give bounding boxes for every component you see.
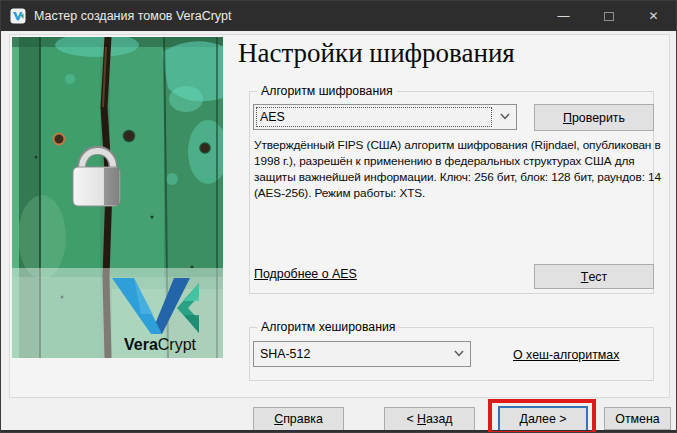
help-button[interactable]: Справка xyxy=(253,407,344,431)
door-photo: VeraCrypt xyxy=(12,37,223,358)
encryption-group-label: Алгоритм шифрования xyxy=(257,84,397,98)
maximize-icon xyxy=(604,12,614,21)
minimize-button[interactable]: — xyxy=(541,1,586,31)
next-button[interactable]: Далее > xyxy=(498,406,588,432)
hash-algorithm-value: SHA-512 xyxy=(260,347,310,361)
veracrypt-wizard-window: Мастер создания томов VeraCrypt — ✕ xyxy=(0,0,677,433)
encryption-algorithm-select[interactable]: AES xyxy=(253,104,517,130)
veracrypt-logo-text: VeraCrypt xyxy=(124,336,197,353)
description-line: 1998 г.), разрешён к применению в федера… xyxy=(254,153,661,169)
description-line: защиты важнейшей информации. Ключ: 256 б… xyxy=(254,169,661,185)
window-bottom-edge xyxy=(1,430,676,432)
maximize-button[interactable] xyxy=(586,1,631,31)
hash-algorithms-link[interactable]: О хеш-алгоритмах xyxy=(513,348,619,362)
minimize-icon: — xyxy=(558,9,570,23)
test-button[interactable]: Тест xyxy=(534,264,654,289)
page-title: Настройки шифрования xyxy=(238,38,515,69)
description-line: Утверждённый FIPS (США) алгоритм шифрова… xyxy=(254,137,661,153)
close-button[interactable]: ✕ xyxy=(631,1,676,31)
cancel-button[interactable]: Отмена xyxy=(604,407,671,430)
benchmark-button[interactable]: Проверить xyxy=(534,104,654,131)
hash-algorithm-select[interactable]: SHA-512 xyxy=(253,341,471,367)
encryption-algorithm-value: AES xyxy=(260,110,285,124)
chevron-down-icon xyxy=(454,350,464,357)
description-line: (AES-256). Режим работы: XTS. xyxy=(254,185,661,201)
algorithm-description: Утверждённый FIPS (США) алгоритм шифрова… xyxy=(254,137,661,201)
focus-rect xyxy=(256,107,492,127)
title-bar: Мастер создания томов VeraCrypt — ✕ xyxy=(1,1,676,31)
close-icon: ✕ xyxy=(648,9,658,23)
back-button[interactable]: < Назад xyxy=(384,407,475,431)
chevron-down-icon xyxy=(500,113,510,120)
hash-group-label: Алгоритм хеширования xyxy=(257,320,399,334)
veracrypt-app-icon xyxy=(10,8,26,24)
more-about-aes-link[interactable]: Подробнее о AES xyxy=(254,267,357,281)
window-title: Мастер создания томов VeraCrypt xyxy=(34,9,232,23)
